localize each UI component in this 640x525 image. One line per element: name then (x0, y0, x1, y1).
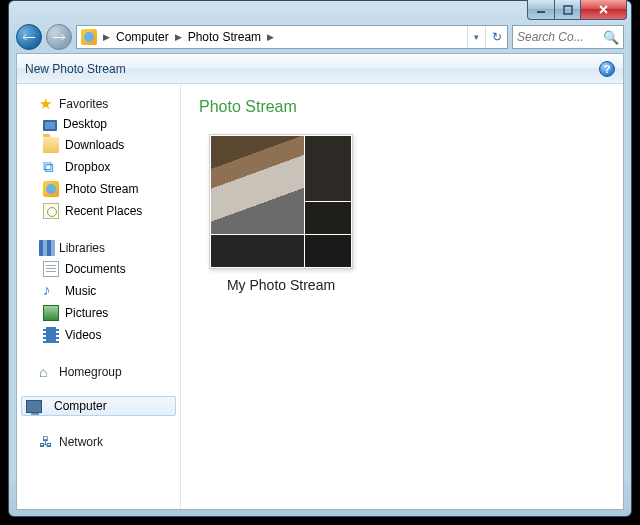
libraries-label: Libraries (59, 241, 105, 255)
desktop-icon (43, 120, 57, 131)
nav-dropbox[interactable]: ⧉Dropbox (17, 156, 180, 178)
minimize-button[interactable] (527, 0, 555, 20)
videos-icon (43, 327, 59, 343)
folder-icon (43, 137, 59, 153)
svg-rect-0 (537, 11, 545, 13)
libraries-header[interactable]: Libraries (17, 236, 180, 258)
nav-music[interactable]: ♪Music (17, 280, 180, 302)
album-title: My Photo Stream (199, 277, 363, 293)
nav-downloads[interactable]: Downloads (17, 134, 180, 156)
help-button[interactable]: ? (599, 61, 615, 77)
search-box[interactable]: 🔍 (512, 25, 624, 49)
new-photo-stream-button[interactable]: New Photo Stream (25, 62, 126, 76)
location-icon (81, 29, 97, 45)
photo-stream-icon (43, 181, 59, 197)
chevron-right-icon[interactable]: ▶ (265, 32, 276, 42)
search-input[interactable] (517, 30, 597, 44)
network-icon: 🖧 (39, 434, 55, 450)
nav-recent[interactable]: Recent Places (17, 200, 180, 222)
homegroup-icon: ⌂ (39, 364, 55, 380)
pictures-icon (43, 305, 59, 321)
client-area: New Photo Stream ? ★Favorites Desktop Do… (16, 53, 624, 510)
window-controls (527, 0, 627, 20)
star-icon: ★ (39, 96, 55, 112)
nav-computer[interactable]: Computer (21, 396, 176, 416)
breadcrumb-current[interactable]: Photo Stream (184, 26, 265, 48)
breadcrumb-root[interactable]: Computer (112, 26, 173, 48)
page-title: Photo Stream (199, 98, 605, 116)
computer-icon (26, 400, 42, 413)
back-button[interactable]: 🡐 (16, 24, 42, 50)
navigation-pane: ★Favorites Desktop Downloads ⧉Dropbox Ph… (17, 84, 181, 509)
command-bar: New Photo Stream ? (17, 54, 623, 84)
svg-rect-1 (564, 6, 572, 14)
explorer-window: 🡐 🡒 ▶ Computer ▶ Photo Stream ▶ ▾ ↻ 🔍 Ne… (8, 0, 632, 517)
nav-desktop[interactable]: Desktop (17, 114, 180, 134)
recent-icon (43, 203, 59, 219)
search-icon[interactable]: 🔍 (603, 30, 619, 45)
nav-network[interactable]: 🖧Network (17, 430, 180, 452)
close-button[interactable] (581, 0, 627, 20)
favorites-label: Favorites (59, 97, 108, 111)
nav-documents[interactable]: Documents (17, 258, 180, 280)
favorites-header[interactable]: ★Favorites (17, 92, 180, 114)
document-icon (43, 261, 59, 277)
music-icon: ♪ (43, 283, 59, 299)
album-item[interactable]: My Photo Stream (199, 134, 363, 293)
nav-homegroup[interactable]: ⌂Homegroup (17, 360, 180, 382)
nav-videos[interactable]: Videos (17, 324, 180, 346)
refresh-button[interactable]: ↻ (485, 26, 507, 48)
nav-pictures[interactable]: Pictures (17, 302, 180, 324)
album-thumbnail (209, 134, 353, 269)
titlebar[interactable] (9, 1, 631, 21)
forward-button[interactable]: 🡒 (46, 24, 72, 50)
nav-bar: 🡐 🡒 ▶ Computer ▶ Photo Stream ▶ ▾ ↻ 🔍 (16, 21, 624, 53)
dropbox-icon: ⧉ (43, 159, 59, 175)
address-dropdown[interactable]: ▾ (467, 26, 485, 48)
chevron-right-icon[interactable]: ▶ (101, 32, 112, 42)
address-bar[interactable]: ▶ Computer ▶ Photo Stream ▶ ▾ ↻ (76, 25, 508, 49)
nav-photo-stream[interactable]: Photo Stream (17, 178, 180, 200)
content-pane: Photo Stream My Photo Stream (181, 84, 623, 509)
libraries-icon (39, 240, 55, 256)
maximize-button[interactable] (555, 0, 581, 20)
chevron-right-icon[interactable]: ▶ (173, 32, 184, 42)
